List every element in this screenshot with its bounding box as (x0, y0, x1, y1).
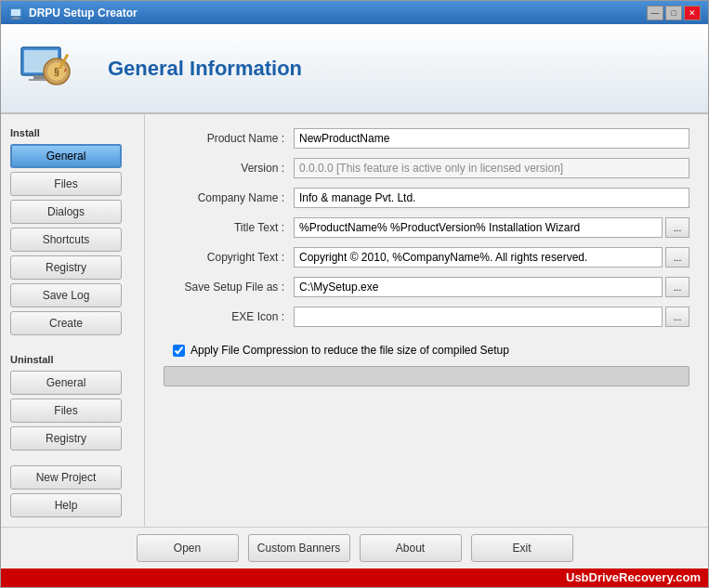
svg-rect-2 (13, 17, 19, 19)
sidebar-btn-general-uninstall[interactable]: General (10, 371, 122, 395)
product-name-label: Product Name : (164, 132, 294, 145)
sidebar-btn-dialogs[interactable]: Dialogs (10, 200, 122, 224)
save-setup-label: Save Setup File as : (164, 281, 294, 294)
header: § General Information (1, 24, 708, 114)
watermark-text: UsbDriveRecovery.com (566, 570, 701, 584)
save-setup-row: Save Setup File as : ... (164, 277, 689, 297)
sidebar-btn-shortcuts[interactable]: Shortcuts (10, 228, 122, 252)
sidebar-bottom: New Project Help (10, 454, 135, 517)
exe-icon-input[interactable] (294, 307, 663, 327)
page-title: General Information (108, 57, 302, 81)
sidebar-btn-general-install[interactable]: General (10, 144, 122, 168)
title-bar: DRPU Setup Creator — □ ✕ (1, 1, 708, 24)
svg-rect-1 (11, 9, 20, 16)
main-content: Install General Files Dialogs Shortcuts … (1, 114, 708, 527)
copyright-text-input[interactable] (294, 247, 663, 268)
copyright-text-browse-btn[interactable]: ... (665, 247, 689, 268)
version-row: Version : (164, 158, 689, 178)
bottom-bar: Open Custom Banners About Exit (1, 527, 708, 568)
monitor-icon: § (20, 46, 71, 92)
save-setup-input[interactable] (294, 277, 663, 297)
version-input[interactable] (294, 158, 689, 178)
company-name-input[interactable] (294, 188, 689, 208)
install-section-label: Install (10, 127, 135, 138)
help-btn[interactable]: Help (10, 493, 122, 517)
title-controls: — □ ✕ (647, 6, 701, 20)
copyright-text-field-group: ... (294, 247, 689, 268)
title-text-label: Title Text : (164, 221, 294, 234)
open-btn[interactable]: Open (137, 534, 239, 562)
about-btn[interactable]: About (360, 534, 462, 562)
save-setup-field-group: ... (294, 277, 689, 297)
exe-icon-field-group: ... (294, 307, 689, 327)
sidebar-btn-files-uninstall[interactable]: Files (10, 399, 122, 423)
copyright-text-label: Copyright Text : (164, 251, 294, 264)
new-project-btn[interactable]: New Project (10, 465, 122, 490)
svg-rect-3 (11, 18, 20, 19)
product-name-row: Product Name : (164, 128, 689, 149)
exe-icon-browse-btn[interactable]: ... (665, 307, 689, 327)
app-icon (8, 6, 23, 20)
progress-bar (164, 366, 689, 386)
window-title: DRPU Setup Creator (29, 7, 138, 20)
minimize-btn[interactable]: — (647, 6, 663, 20)
sidebar-btn-savelog[interactable]: Save Log (10, 283, 122, 307)
uninstall-section-label: Uninstall (10, 354, 135, 365)
title-text-row: Title Text : ... (164, 217, 689, 238)
form-area: Product Name : Version : Company Name : … (145, 114, 708, 527)
close-btn[interactable]: ✕ (684, 6, 701, 20)
sidebar-btn-registry-uninstall[interactable]: Registry (10, 426, 122, 451)
header-icon: § (20, 33, 94, 103)
version-label: Version : (164, 162, 294, 175)
exe-icon-row: EXE Icon : ... (164, 307, 689, 327)
title-text-field-group: ... (294, 217, 689, 238)
compression-label: Apply File Compression to reduce the fil… (190, 344, 509, 357)
save-setup-browse-btn[interactable]: ... (665, 277, 689, 297)
maximize-btn[interactable]: □ (665, 6, 682, 20)
sidebar-btn-registry-install[interactable]: Registry (10, 255, 122, 280)
company-name-label: Company Name : (164, 191, 294, 204)
custom-banners-btn[interactable]: Custom Banners (248, 534, 350, 562)
exe-icon-label: EXE Icon : (164, 310, 294, 323)
compression-checkbox[interactable] (173, 345, 185, 357)
watermark: UsbDriveRecovery.com (1, 568, 708, 587)
sidebar: Install General Files Dialogs Shortcuts … (1, 114, 145, 527)
svg-rect-6 (33, 75, 45, 79)
title-bar-left: DRPU Setup Creator (8, 6, 138, 20)
sidebar-btn-create[interactable]: Create (10, 311, 122, 335)
compression-checkbox-row: Apply File Compression to reduce the fil… (173, 344, 689, 357)
company-name-row: Company Name : (164, 188, 689, 208)
sidebar-spacer-2 (10, 454, 135, 462)
product-name-input[interactable] (294, 128, 689, 149)
copyright-text-row: Copyright Text : ... (164, 247, 689, 268)
sidebar-btn-files-install[interactable]: Files (10, 172, 122, 196)
exit-btn[interactable]: Exit (471, 534, 573, 562)
sidebar-spacer-1 (10, 339, 135, 346)
title-text-input[interactable] (294, 217, 663, 238)
main-window: DRPU Setup Creator — □ ✕ § (0, 0, 709, 588)
title-text-browse-btn[interactable]: ... (665, 217, 689, 238)
